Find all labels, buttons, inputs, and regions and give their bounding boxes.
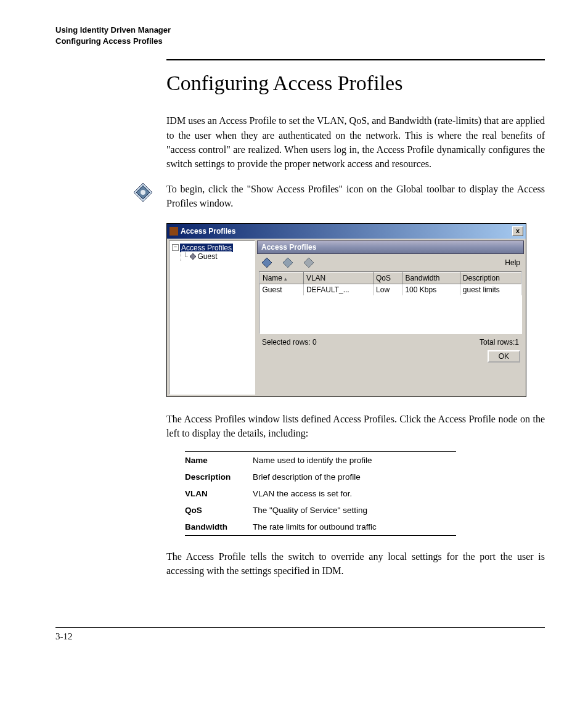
- definition-term: Description: [185, 472, 253, 482]
- svg-marker-5: [283, 258, 293, 268]
- page-title: Configuring Access Profiles: [166, 72, 545, 95]
- window-icon: [169, 227, 178, 236]
- tree-branch-icon: └: [182, 252, 188, 261]
- definition-row: BandwidthThe rate limits for outbound tr…: [185, 519, 456, 535]
- definition-term: Name: [185, 456, 253, 465]
- pane-header: Access Profiles: [257, 240, 524, 254]
- profile-node-icon: [189, 253, 197, 260]
- intro-paragraph: IDM uses an Access Profile to set the VL…: [166, 113, 545, 171]
- tree-child-label[interactable]: Guest: [198, 252, 218, 261]
- running-head-line1: Using Identity Driven Manager: [55, 25, 545, 36]
- svg-marker-3: [190, 253, 196, 260]
- delete-profile-icon[interactable]: [303, 257, 315, 269]
- running-head: Using Identity Driven Manager Configurin…: [55, 25, 545, 47]
- cell-qos: Low: [374, 284, 402, 295]
- details-pane: Access Profiles Help Name ▴ VLAN QoS Ba: [257, 240, 524, 395]
- section-rule: [166, 59, 545, 60]
- total-rows-label: Total rows:1: [480, 338, 519, 347]
- col-vlan[interactable]: VLAN: [303, 272, 373, 284]
- ok-button[interactable]: OK: [488, 350, 520, 363]
- tree-pane[interactable]: − Access Profiles └ Guest: [169, 240, 255, 395]
- col-description[interactable]: Description: [460, 272, 521, 284]
- svg-marker-6: [304, 258, 314, 268]
- access-profiles-window: Access Profiles x − Access Profiles └ Gu…: [166, 223, 526, 397]
- page-footer: 3-12: [55, 627, 545, 642]
- cell-bandwidth: 100 Kbps: [402, 284, 460, 295]
- tree-root-label[interactable]: Access Profiles: [180, 244, 233, 252]
- new-profile-icon[interactable]: [261, 257, 273, 269]
- cell-name: Guest: [260, 284, 304, 295]
- definition-desc: The rate limits for outbound traffic: [253, 522, 456, 532]
- status-bar: Selected rows: 0 Total rows:1: [257, 334, 524, 350]
- cell-vlan: DEFAULT_...: [303, 284, 373, 295]
- window-titlebar[interactable]: Access Profiles x: [167, 224, 526, 239]
- tree-child-node[interactable]: └ Guest: [182, 252, 252, 261]
- col-bandwidth[interactable]: Bandwidth: [402, 272, 460, 284]
- tree-expander-icon[interactable]: −: [172, 244, 179, 251]
- definition-desc: The "Quality of Service" setting: [253, 506, 456, 515]
- table-row[interactable]: Guest DEFAULT_... Low 100 Kbps guest lim…: [260, 284, 521, 295]
- definition-desc: Brief description of the profile: [253, 472, 456, 482]
- definition-row: NameName used to identify the profile: [185, 452, 456, 469]
- selected-rows-label: Selected rows: 0: [262, 338, 317, 347]
- help-link[interactable]: Help: [505, 258, 520, 267]
- tree-root-node[interactable]: − Access Profiles: [172, 244, 252, 252]
- cell-description: guest limits: [460, 284, 521, 295]
- grid-header-row: Name ▴ VLAN QoS Bandwidth Description: [260, 272, 521, 284]
- definition-row: VLANVLAN the access is set for.: [185, 485, 456, 502]
- svg-marker-4: [262, 258, 272, 268]
- definition-term: Bandwidth: [185, 522, 253, 532]
- definition-row: DescriptionBrief description of the prof…: [185, 469, 456, 485]
- definition-row: QoSThe "Quality of Service" setting: [185, 502, 456, 519]
- instruction-paragraph: To begin, click the "Show Access Profile…: [166, 182, 545, 210]
- definition-desc: VLAN the access is set for.: [253, 489, 456, 498]
- list-intro-paragraph: The Access Profiles window lists defined…: [166, 412, 545, 440]
- running-head-line2: Configuring Access Profiles: [55, 36, 545, 47]
- closing-paragraph: The Access Profile tells the switch to o…: [166, 549, 545, 578]
- definition-term: QoS: [185, 506, 253, 515]
- pane-toolbar: Help: [257, 254, 524, 271]
- col-name[interactable]: Name ▴: [260, 272, 304, 284]
- page-number: 3-12: [55, 631, 73, 641]
- definition-desc: Name used to identify the profile: [253, 456, 456, 465]
- profiles-grid[interactable]: Name ▴ VLAN QoS Bandwidth Description Gu…: [259, 271, 522, 334]
- access-profiles-toolbar-icon: [133, 182, 153, 203]
- edit-profile-icon[interactable]: [282, 257, 294, 269]
- definition-term: VLAN: [185, 489, 253, 498]
- sort-asc-icon: ▴: [284, 276, 287, 282]
- svg-point-2: [141, 190, 145, 195]
- note-row: To begin, click the "Show Access Profile…: [55, 182, 545, 210]
- col-qos[interactable]: QoS: [374, 272, 402, 284]
- window-title: Access Profiles: [181, 227, 512, 236]
- close-button[interactable]: x: [512, 226, 523, 236]
- definitions-table: NameName used to identify the profileDes…: [185, 451, 456, 536]
